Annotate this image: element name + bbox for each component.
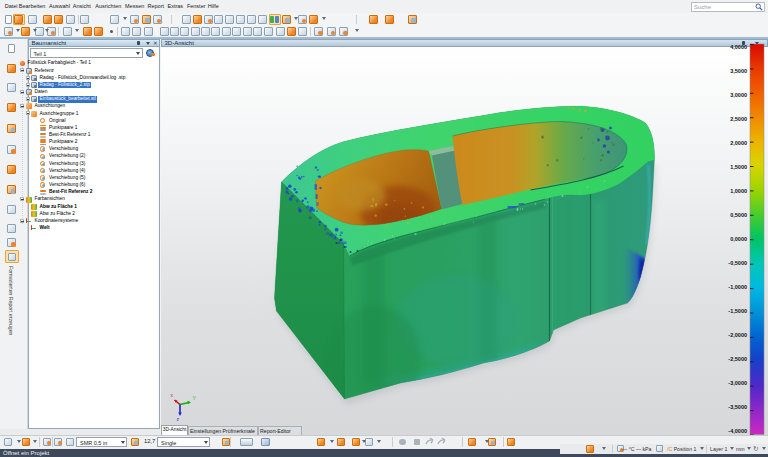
svg-text:x: x	[171, 392, 174, 398]
svg-text:z: z	[177, 416, 180, 422]
svg-text:Y: Y	[193, 395, 197, 401]
